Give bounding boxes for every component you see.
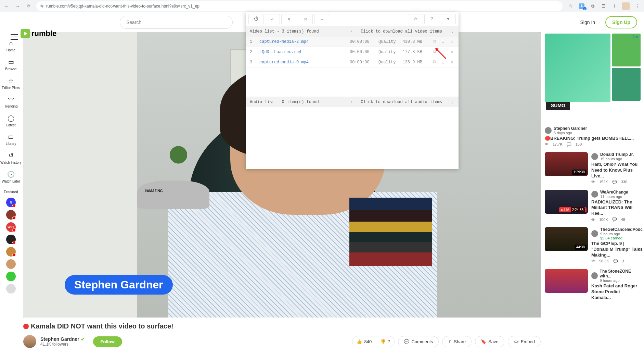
signin-button[interactable]: Sign In	[574, 16, 602, 28]
duration-badge: 44:38	[575, 245, 587, 250]
comments-button[interactable]: 💬 Comments	[398, 336, 439, 347]
sidebar-item-watch-history[interactable]: ↺Watch History	[0, 149, 22, 167]
featured-channel-avatar[interactable]	[6, 284, 16, 294]
star-bookmark-icon[interactable]: ☆	[567, 3, 574, 10]
power-button[interactable]: ⏻	[248, 14, 263, 24]
rec-stats: 👁 152K 💬 330	[591, 180, 641, 184]
download-icon[interactable]: ⭣	[441, 49, 446, 54]
download-all-audio-icon[interactable]: ⭣	[450, 99, 454, 104]
downloads-icon[interactable]: ⭳	[611, 3, 618, 10]
extensions-icon[interactable]: ⧉	[589, 3, 596, 10]
thumbs-up-icon: 👍	[357, 339, 362, 344]
rec-title[interactable]: The GCP Ep. 9 | "Donald M Trump" Talks M…	[591, 241, 643, 258]
recommended-item[interactable]: ● LIV 2:24:35 WeAreChange 11 hours ago R…	[545, 190, 641, 222]
featured-channel-avatar[interactable]: WF?	[6, 222, 16, 232]
close-icon[interactable]: ✕	[450, 60, 454, 65]
download-all-icon[interactable]: ⭣	[450, 29, 454, 34]
ad-box-top-right[interactable]: ⓘ ✕	[612, 34, 641, 66]
recommended-item[interactable]: Stephen Gardner 5 days ago 🔴BREAKING: Tr…	[545, 126, 641, 147]
sidebar-item-watch-later[interactable]: 🕓Watch Later	[0, 168, 22, 186]
filename-link[interactable]: LQdDt.Faa.rec.mp4	[259, 50, 345, 54]
copy-icon[interactable]: ⧉	[432, 49, 437, 54]
profile-avatar-icon[interactable]	[622, 2, 630, 10]
video-thumbnail[interactable]: ● LIV 2:24:35	[545, 190, 588, 214]
rec-title[interactable]: 🔴BREAKING: Trump gets BOMBSHELL...	[545, 136, 634, 141]
rec-channel-name[interactable]: WeAreChange	[600, 190, 628, 195]
close-icon[interactable]: ✕	[450, 39, 454, 44]
recommended-item[interactable]: The StoneZONE with... 9 hours ago Kash P…	[545, 269, 641, 301]
red-dot-icon	[23, 324, 29, 329]
duration-text: 00:00:00	[350, 50, 374, 54]
copy-icon[interactable]: ⧉	[432, 60, 437, 65]
rec-title[interactable]: Haiti, Ohio? What You Need to Know, Plus…	[591, 162, 641, 179]
featured-channel-avatar[interactable]	[6, 259, 16, 269]
ad-box-left[interactable]	[545, 34, 610, 102]
swap-button[interactable]: ⤭	[298, 14, 313, 24]
help-button[interactable]: ?	[424, 14, 439, 24]
video-thumbnail[interactable]: 44:38	[545, 227, 588, 251]
featured-channel-avatar[interactable]: N	[6, 198, 16, 207]
download-icon[interactable]: ⭣	[441, 60, 446, 65]
featured-channel-avatar[interactable]	[6, 210, 16, 220]
featured-channel-avatar[interactable]	[6, 235, 16, 244]
sidebar-item-latest[interactable]: ◯Latest	[0, 112, 22, 130]
share-button[interactable]: ⇪ Share	[442, 336, 472, 347]
download-all-videos-link[interactable]: Click to download all video items	[361, 29, 442, 34]
sumo-badge[interactable]: SUMO	[546, 101, 570, 110]
channel-avatar-small[interactable]	[591, 272, 598, 279]
embed-button[interactable]: <> Embed	[508, 336, 541, 347]
channel-avatar-small[interactable]	[591, 230, 598, 237]
sidebar-item-trending[interactable]: 〰Trending	[0, 93, 22, 111]
dislike-button[interactable]: 👎 7	[376, 336, 394, 347]
rec-channel-name[interactable]: Stephen Gardner	[554, 126, 587, 131]
rec-channel-name[interactable]: Donald Trump Jr.	[600, 152, 634, 157]
channel-name[interactable]: Stephen Gardner ✔	[40, 336, 85, 342]
follow-button[interactable]: Follow	[93, 336, 122, 347]
merge-button[interactable]: ➳	[314, 14, 329, 24]
close-icon[interactable]: ✕	[450, 49, 454, 54]
shuffle-button[interactable]: ⤨	[281, 14, 296, 24]
copy-icon[interactable]: ⧉	[432, 39, 437, 44]
duration-text: 00:00:00	[350, 60, 374, 65]
rec-title[interactable]: RADICALIZED: The Militant TRANS Will Kee…	[591, 199, 641, 217]
ad-box-bottom-right[interactable]	[612, 68, 641, 101]
video-thumbnail[interactable]	[545, 269, 588, 293]
channel-avatar[interactable]	[23, 335, 36, 348]
save-button[interactable]: 🔖 Save	[475, 336, 504, 347]
like-button[interactable]: 👍 840	[352, 336, 376, 347]
download-icon[interactable]: ⭣	[441, 39, 446, 44]
reload-button[interactable]: ⟳	[25, 3, 31, 9]
filename-link[interactable]: captured-media-2.mp4	[259, 39, 345, 44]
rec-title[interactable]: Kash Patel and Roger Stone Predict Kamal…	[591, 283, 641, 301]
sidebar-item-browse[interactable]: ▭Browse	[0, 55, 22, 74]
rec-channel-name[interactable]: The StoneZONE with...	[600, 269, 641, 278]
featured-channel-avatar[interactable]	[6, 272, 16, 281]
rec-channel-name[interactable]: TheGetCanceledPodc	[600, 227, 643, 232]
sidebar-item-editor-picks[interactable]: ☆Editor Picks	[0, 74, 22, 92]
forward-button[interactable]: →	[14, 3, 21, 9]
recommended-item[interactable]: 1:29:38 Donald Trump Jr. 15 hours ago Ha…	[545, 152, 641, 184]
hamburger-menu-button[interactable]	[8, 30, 21, 44]
address-bar[interactable]: ⇆ rumble.com/v5ebjqd-kamala-did-not-want…	[36, 1, 563, 11]
back-button[interactable]: ←	[3, 3, 10, 9]
rumble-logo[interactable]: rumble	[21, 29, 56, 38]
reading-list-icon[interactable]: ☰	[600, 3, 607, 10]
site-info-icon[interactable]: ⇆	[40, 4, 43, 8]
signup-button[interactable]: Sign Up	[605, 16, 637, 28]
kebab-menu-icon[interactable]: ⋮	[634, 3, 641, 10]
check-button[interactable]: ✓	[265, 14, 280, 24]
downloader-extension-icon[interactable]	[578, 3, 585, 10]
video-thumbnail[interactable]: 1:29:38	[545, 152, 588, 176]
heart-button[interactable]: ♥	[441, 14, 456, 24]
channel-avatar-small[interactable]	[591, 153, 598, 160]
sidebar-item-library[interactable]: 🗀Library	[0, 130, 22, 148]
download-all-audio-link[interactable]: Click to download all audio items	[361, 100, 442, 104]
ad-info-icon[interactable]: ⓘ ✕	[632, 35, 639, 39]
filename-link[interactable]: captured-media-0.mp4	[259, 60, 345, 65]
refresh-button[interactable]: ⟳	[408, 14, 423, 24]
recommended-item[interactable]: 44:38 TheGetCanceledPodc 9 hours ago $5.…	[545, 227, 641, 263]
featured-channel-avatar[interactable]	[6, 247, 16, 257]
channel-avatar-small[interactable]	[545, 127, 552, 134]
channel-avatar-small[interactable]	[591, 191, 598, 198]
search-input[interactable]: Search	[120, 16, 233, 29]
